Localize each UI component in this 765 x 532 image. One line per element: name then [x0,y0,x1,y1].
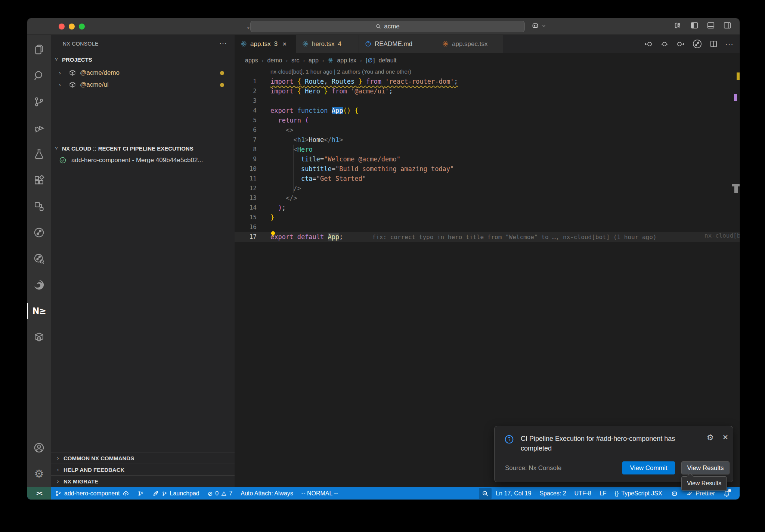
modified-dot [220,71,224,75]
code-line[interactable]: 13 </> [235,193,740,203]
launchpad-status[interactable]: Launchpad [148,487,204,500]
line-number: 5 [235,115,257,125]
tab-app-spec-tsx[interactable]: app.spec.tsx [436,35,503,53]
project-item-acme-demo[interactable]: › @acme/demo [51,67,235,79]
source-control-icon[interactable] [27,89,51,115]
code-line[interactable]: 14 ); [235,203,740,213]
code-line[interactable]: 16 [235,222,740,232]
indentation-status[interactable]: Spaces: 2 [535,487,570,500]
edge-browser-icon[interactable] [27,272,51,298]
indent-guide [278,115,278,213]
close-window-button[interactable] [59,24,65,30]
desktop: ← → acme [0,0,765,532]
copilot-menu[interactable] [531,21,546,30]
search-value: acme [384,23,400,30]
section-projects[interactable]: ˅ PROJECTS [51,53,235,65]
copilot-status[interactable] [666,487,682,500]
line-number: 17 [235,232,257,242]
section-common-nx-commands[interactable]: › COMMON NX COMMANDS [51,452,235,464]
code-line[interactable]: 12 /> [235,183,740,193]
close-icon[interactable]: ✕ [722,433,728,442]
code-line[interactable]: 10 subtitle="Build something amazing tod… [235,164,740,174]
react-icon [442,41,449,47]
code-editor[interactable]: nx-cloud[bot], 1 hour ago | 2 authors (Y… [235,68,740,487]
cursor-position-status[interactable]: Ln 17, Col 19 [492,487,535,500]
section-nx-migrate[interactable]: › NX MIGRATE [51,475,235,487]
code-line[interactable]: 15} [235,213,740,222]
more-actions-icon[interactable]: ··· [219,40,227,47]
branch-small-icon [162,491,167,497]
gitlens-status[interactable] [133,487,148,500]
breadcrumb-item[interactable]: app [309,57,319,64]
breadcrumb-item[interactable]: app.tsx [337,57,356,64]
breadcrumb-item[interactable]: src [291,57,299,64]
search-icon[interactable] [27,62,51,89]
code-line[interactable]: 1import { Route, Routes } from 'react-ro… [235,77,740,86]
eol-status[interactable]: LF [595,487,611,500]
close-icon[interactable]: × [282,40,287,48]
code-line[interactable]: 3 [235,96,740,106]
code-line[interactable]: 5 return ( [235,115,740,125]
indent-guide [286,125,286,203]
line-number: 8 [235,145,257,154]
section-nx-cloud[interactable]: ˅ NX CLOUD :: RECENT CI PIPELINE EXECUTI… [51,142,235,154]
zoom-indicator[interactable] [479,488,492,499]
more-actions-icon[interactable]: ··· [725,40,734,48]
testing-icon[interactable] [27,141,51,167]
info-icon [365,41,371,47]
section-help-and-feedback[interactable]: › HELP AND FEEDBACK [51,464,235,475]
problems-status[interactable]: ⊘ 0 ⚠ 7 [204,487,237,500]
code-line[interactable]: 7 <h1>Home</h1> [235,135,740,145]
open-changes-back-icon[interactable] [644,40,653,49]
customize-layout-icon[interactable] [674,21,682,30]
nx-console-icon[interactable]: N≥ [27,298,51,324]
commit-graph-search-icon[interactable] [27,245,51,272]
modified-dot [220,83,224,87]
search-icon [375,24,381,30]
toggle-panel-icon[interactable] [707,21,715,30]
project-graph-icon[interactable] [27,193,51,219]
code-line[interactable]: 4export function App() { [235,106,740,115]
run-debug-icon[interactable] [27,115,51,141]
explorer-icon[interactable] [27,36,51,62]
package-box-icon[interactable] [27,324,51,350]
vim-mode-status[interactable]: -- NORMAL -- [297,487,342,500]
remote-indicator[interactable]: >< [27,487,51,500]
breadcrumb-item[interactable]: default [379,57,397,64]
split-editor-icon[interactable] [709,40,718,48]
line-number: 7 [235,135,257,145]
code-line[interactable]: 6 <> [235,125,740,135]
extensions-icon[interactable] [27,167,51,193]
project-item-acme-ui[interactable]: › @acme/ui [51,79,235,91]
code-line[interactable]: 17export default App;fix: correct typo i… [235,232,740,242]
code-line[interactable]: 9 title="Welcome @acme/demo" [235,154,740,164]
code-line[interactable]: 2import { Hero } from '@acme/ui'; [235,86,740,96]
settings-gear-icon[interactable]: ⚙ [27,461,51,487]
breadcrumb-item[interactable]: demo [267,57,282,64]
view-results-button[interactable]: View Results [681,461,730,474]
toggle-secondary-sidebar-icon[interactable] [723,21,731,30]
toggle-primary-sidebar-icon[interactable] [690,21,699,30]
open-changes-forward-icon[interactable] [676,40,685,49]
breadcrumb-item[interactable]: apps [245,57,258,64]
tab-app-tsx[interactable]: app.tsx 3 × [235,35,296,53]
view-commit-button[interactable]: View Commit [622,461,675,474]
current-revision-icon[interactable] [660,40,669,49]
tab-readme-md[interactable]: README.md [359,35,436,53]
tab-hero-tsx[interactable]: hero.tsx 4 [296,35,359,53]
encoding-status[interactable]: UTF-8 [570,487,595,500]
codelens-annotation[interactable]: nx-cloud[bot], 1 hour ago | 2 authors (Y… [270,68,411,75]
code-line[interactable]: 11 cta="Get Started" [235,174,740,183]
command-center-search[interactable]: acme [250,21,525,32]
auto-attach-status[interactable]: Auto Attach: Always [236,487,297,500]
commit-graph-icon[interactable] [27,219,51,245]
commit-graph-circle-icon[interactable] [692,39,702,49]
pipeline-execution-item[interactable]: add-hero-component - Merge 409b44e5cb02.… [51,154,235,166]
account-icon[interactable] [27,434,51,461]
branch-status[interactable]: add-hero-component [51,487,133,500]
language-mode-status[interactable]: {} TypeScript JSX [611,487,666,500]
gear-icon[interactable]: ⚙ [707,433,714,442]
minimize-window-button[interactable] [69,24,75,30]
code-line[interactable]: 8 <Hero [235,145,740,154]
maximize-window-button[interactable] [79,24,85,30]
